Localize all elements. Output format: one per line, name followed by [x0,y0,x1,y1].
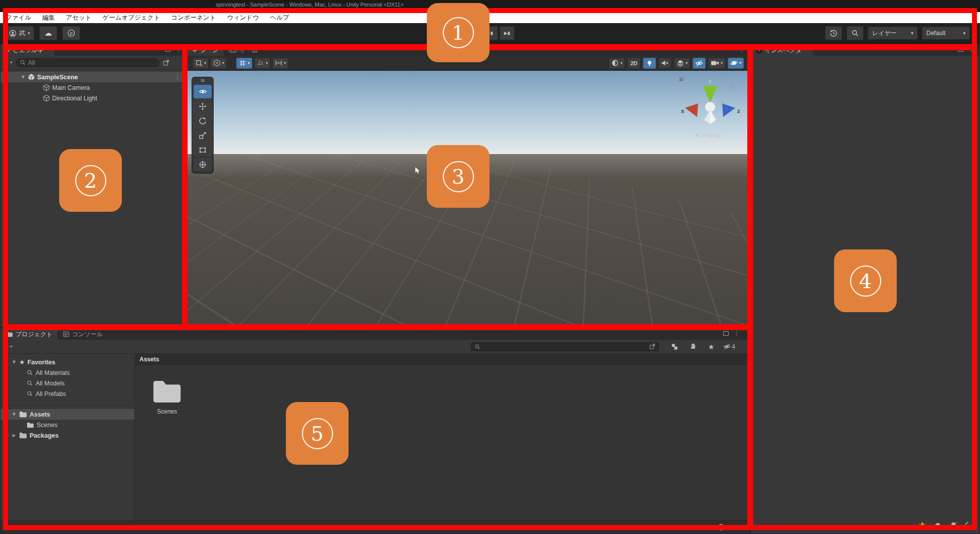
2d-toggle-button[interactable]: 2D [627,58,640,69]
tab-console[interactable]: コンソール [58,329,108,340]
menu-gameobject[interactable]: ゲームオブジェクト [97,12,166,23]
scene-visibility-button[interactable] [693,58,706,69]
search-icon [27,369,33,376]
menu-component[interactable]: コンポーネント [166,12,221,23]
gizmos-button[interactable]: ▾ [728,58,744,69]
saved-searches-button[interactable]: ★ [705,341,718,352]
layers-dropdown-label: レイヤー [872,29,897,38]
badge-number: 4 [850,265,881,297]
annotation-divider-toolbar [3,44,977,50]
grid-snapping-button[interactable]: ▾ [254,58,270,69]
expander-icon[interactable]: ▼ [12,360,17,364]
lighting-toggle-button[interactable] [643,58,656,69]
menu-help[interactable]: ヘルプ [264,12,294,23]
tool-settings-button[interactable]: ▾ [193,58,209,69]
rect-tool-button[interactable] [194,143,212,157]
assets-grid[interactable]: Scenes [135,365,750,520]
tree-item-scenes[interactable]: Scenes [1,420,134,430]
gizmo-x-cone [685,103,698,117]
search-everything-button[interactable] [847,26,864,40]
menu-window[interactable]: ウィンドウ [221,12,264,23]
hierarchy-search-value: All [28,59,35,66]
orientation-gizmo[interactable]: y x z [675,76,745,136]
tree-item-label: All Prefabs [36,390,66,397]
menu-edit[interactable]: 編集 [37,12,60,23]
hierarchy-item-main-camera[interactable]: Main Camera [1,82,187,93]
effects-dropdown-button[interactable]: ▾ [674,58,690,69]
tree-item-all-materials[interactable]: All Materials [1,367,134,378]
step-button[interactable]: ▶▮ [500,26,515,40]
view-tool-button[interactable] [194,85,212,98]
transform-tool-button[interactable] [194,158,212,171]
chevron-down-icon: ▾ [620,61,622,65]
move-tool-button[interactable] [194,99,212,113]
plastic-scm-button[interactable] [62,26,80,40]
hidden-count: 4 [732,343,735,350]
expander-icon[interactable]: ▶ [12,433,17,438]
search-by-label-button[interactable] [687,341,700,352]
tab-project[interactable]: プロジェクト [1,329,58,340]
annotation-badge-4: 4 [834,249,897,312]
tree-item-all-models[interactable]: All Models [1,378,134,388]
badge-number: 5 [302,418,333,449]
gizmo-z-label: z [737,108,740,114]
tree-item-favorites[interactable]: ▼ ★ Favorites [1,357,134,367]
hierarchy-item-directional-light[interactable]: Directional Light [1,93,187,103]
camera-settings-button[interactable]: ▾ [708,58,725,69]
asset-folder-scenes[interactable]: Scenes [144,379,190,415]
tree-item-packages[interactable]: ▶ Packages [1,430,134,441]
expander-icon[interactable]: ▼ [21,75,26,79]
kebab-menu-icon[interactable]: ⋮ [175,74,181,81]
star-icon: ★ [708,343,715,351]
account-button[interactable]: 武 ▾ [5,26,34,40]
divider [231,59,232,68]
badge-number: 3 [443,161,474,192]
menu-assets[interactable]: アセット [60,12,97,23]
search-icon [27,380,33,386]
layers-dropdown[interactable]: レイヤー ▾ [868,27,918,40]
hierarchy-search-input[interactable]: All [16,58,159,67]
rotate-tool-button[interactable] [194,114,212,127]
tree-item-all-prefabs[interactable]: All Prefabs [1,388,134,399]
maximize-icon[interactable] [723,331,729,336]
annotation-badge-1: 1 [427,3,489,62]
undo-history-button[interactable] [825,26,842,40]
audio-mute-button[interactable] [659,58,672,69]
cloud-services-button[interactable]: ☁ [39,26,57,40]
annotation-badge-5: 5 [286,402,349,465]
chevron-down-icon: ▾ [284,61,286,65]
chevron-down-icon: ▾ [911,31,913,36]
plastic-scm-icon [67,29,75,37]
folder-icon [19,432,27,439]
layout-dropdown[interactable]: Default ▾ [922,27,970,40]
tree-item-assets[interactable]: ▼ Assets [1,409,134,420]
pivot-mode-button[interactable]: ▾ [211,58,227,69]
assets-breadcrumb: Assets [135,354,750,365]
hierarchy-open-search-button[interactable] [162,59,170,66]
divider [1,399,134,406]
open-in-window-icon[interactable] [649,343,656,350]
expander-icon[interactable]: ▼ [12,412,17,417]
project-window-controls: ⋮ [723,330,740,337]
tree-item-label: Assets [30,411,50,418]
annotation-badge-2: 2 [59,149,122,212]
drag-handle-icon[interactable]: ≡ [200,79,205,84]
kebab-menu-icon[interactable]: ⋮ [734,330,740,337]
search-by-type-button[interactable] [668,341,681,352]
hierarchy-item-scene[interactable]: ▼ SampleScene ⋮ [1,72,187,82]
chevron-down-icon: ▾ [248,61,250,65]
hierarchy-item-label: SampleScene [37,74,78,81]
draw-mode-button[interactable]: ▾ [609,58,625,69]
project-search-input[interactable] [471,342,659,351]
hidden-packages-button[interactable]: 4 [723,341,736,352]
tree-item-label: Packages [30,432,59,439]
chevron-down-icon: ▾ [266,61,268,65]
snap-increment-button[interactable]: ▾ [272,58,288,69]
annotation-divider-hierarchy-scene [182,44,188,330]
chevron-down-icon: ▾ [10,60,12,65]
tree-item-label: All Materials [36,369,70,376]
chevron-down-icon: ▾ [686,61,688,65]
perspective-toggle[interactable]: < Persp [695,131,721,139]
grid-visibility-button[interactable]: ▾ [236,58,252,69]
scale-tool-button[interactable] [194,128,212,142]
